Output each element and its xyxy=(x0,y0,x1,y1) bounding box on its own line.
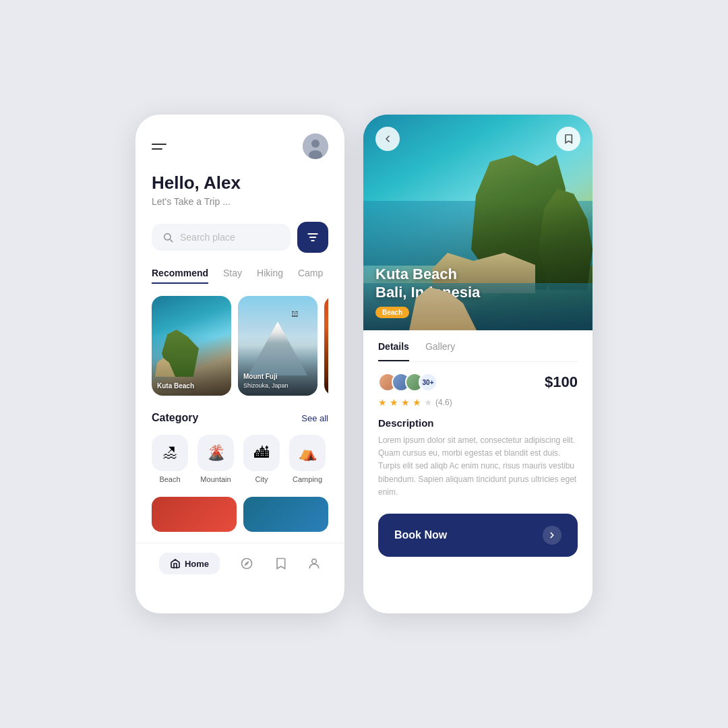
card-kuta-label: Kuta Beach xyxy=(157,382,229,390)
nav-profile[interactable] xyxy=(307,557,321,570)
mountain-label: Mountain xyxy=(200,475,231,483)
book-now-button[interactable]: Book Now xyxy=(378,514,578,557)
right-content: Details Gallery 30+ $100 ★ ★ ★ ★ ★ xyxy=(363,330,593,572)
tab-stay[interactable]: Stay xyxy=(223,268,242,284)
price: $100 xyxy=(545,373,578,391)
avatar[interactable] xyxy=(303,133,328,159)
bookmark-icon xyxy=(274,557,287,570)
tab-hiking[interactable]: Hiking xyxy=(257,268,283,284)
hero-place-name: Kuta BeachBali, Indonesia xyxy=(375,266,580,301)
card-fuji[interactable]: Mount FujiShizouka, Japan 𝌹 xyxy=(238,296,317,396)
greeting-title: Hello, Alex xyxy=(152,173,328,193)
nav-explore[interactable] xyxy=(240,557,253,570)
svg-point-10 xyxy=(312,559,317,564)
chevron-right-icon xyxy=(547,530,557,540)
place-cards-row: Kuta Beach Mount FujiShizouka, Japan 𝌹 xyxy=(152,296,328,396)
tab-recommend[interactable]: Recommend xyxy=(152,268,208,284)
peek-card-red[interactable] xyxy=(152,497,237,532)
category-mountain[interactable]: 🌋 Mountain xyxy=(198,435,234,483)
hero-image: Kuta BeachBali, Indonesia Beach Top plac… xyxy=(363,115,593,330)
card-kuta[interactable]: Kuta Beach xyxy=(152,296,231,396)
hero-title-block: Kuta BeachBali, Indonesia Beach Top plac… xyxy=(375,266,580,318)
bottom-peek-cards xyxy=(135,497,344,532)
nav-home[interactable]: Home xyxy=(159,553,220,574)
header xyxy=(152,133,328,159)
left-phone: Hello, Alex Let's Take a Trip ... Search… xyxy=(135,115,344,613)
tab-camp[interactable]: Camp xyxy=(298,268,323,284)
categories-list: 🏖 Beach 🌋 Mountain 🏙 City xyxy=(152,435,328,483)
category-camping[interactable]: ⛺ Camping xyxy=(289,435,326,483)
star-4: ★ xyxy=(413,397,421,408)
rating-row: ★ ★ ★ ★ ★ (4.6) xyxy=(378,397,578,408)
bottom-nav: Home xyxy=(135,543,344,584)
hero-bookmark-button[interactable] xyxy=(556,127,580,151)
description-text: Lorem ipsum dolor sit amet, consectetur … xyxy=(378,434,578,499)
city-icon: 🏙 xyxy=(254,444,269,462)
camping-icon-wrap: ⛺ xyxy=(289,435,326,471)
category-city[interactable]: 🏙 City xyxy=(243,435,280,483)
see-all-button[interactable]: See all xyxy=(301,413,328,423)
book-now-label: Book Now xyxy=(394,529,447,541)
home-icon xyxy=(170,558,181,569)
greeting-subtitle: Let's Take a Trip ... xyxy=(152,196,328,207)
search-icon xyxy=(162,232,173,243)
svg-point-1 xyxy=(311,140,320,148)
nav-home-label: Home xyxy=(185,559,209,569)
category-beach[interactable]: 🏖 Beach xyxy=(152,435,188,483)
tag-beach: Beach xyxy=(375,307,409,318)
svg-line-4 xyxy=(170,239,173,242)
mountain-icon-wrap: 🌋 xyxy=(198,435,234,471)
right-phone: Kuta BeachBali, Indonesia Beach Top plac… xyxy=(363,115,593,613)
profile-icon xyxy=(307,557,321,570)
rating-count: (4.6) xyxy=(435,398,452,407)
hamburger-menu[interactable] xyxy=(152,144,166,150)
filter-button[interactable] xyxy=(297,222,328,253)
city-icon-wrap: 🏙 xyxy=(243,435,280,471)
beach-icon-wrap: 🏖 xyxy=(152,435,188,471)
info-row: 30+ $100 xyxy=(378,373,578,392)
tab-gallery[interactable]: Gallery xyxy=(425,341,455,361)
description-title: Description xyxy=(378,417,578,429)
compass-icon xyxy=(240,557,253,570)
category-section-header: Category See all xyxy=(152,412,328,424)
bookmark-hero-icon xyxy=(563,133,574,144)
camping-icon: ⛺ xyxy=(299,444,317,462)
tag-top-places: Top places xyxy=(413,307,462,318)
hero-tags: Beach Top places xyxy=(375,307,580,318)
book-now-arrow xyxy=(543,526,562,545)
peek-card-blue[interactable] xyxy=(243,497,328,532)
card-fushimi[interactable]: Fushimi InariKyoto, Japan xyxy=(324,296,328,396)
star-2: ★ xyxy=(390,397,398,408)
mountain-icon: 🌋 xyxy=(207,444,225,462)
camping-label: Camping xyxy=(293,475,322,483)
beach-icon: 🏖 xyxy=(162,444,177,462)
star-1: ★ xyxy=(378,397,387,408)
beach-label: Beach xyxy=(159,475,180,483)
star-5: ★ xyxy=(424,397,433,408)
search-bar: Search place xyxy=(152,222,328,253)
avatars-group: 30+ xyxy=(378,373,432,392)
detail-tabs: Details Gallery xyxy=(378,330,578,362)
app-container: Hello, Alex Let's Take a Trip ... Search… xyxy=(82,74,646,654)
star-3: ★ xyxy=(401,397,410,408)
city-label: City xyxy=(255,475,268,483)
category-title: Category xyxy=(152,412,198,424)
card-fuji-label: Mount FujiShizouka, Japan xyxy=(243,372,315,390)
avatar-count: 30+ xyxy=(419,373,437,392)
category-tabs: Recommend Stay Hiking Camp xyxy=(152,268,328,284)
back-button[interactable] xyxy=(375,127,400,151)
search-placeholder: Search place xyxy=(180,232,235,243)
nav-bookmark[interactable] xyxy=(274,557,287,570)
back-arrow-icon xyxy=(382,133,393,144)
search-input-wrap[interactable]: Search place xyxy=(152,224,291,251)
filter-icon xyxy=(306,231,320,244)
tab-details[interactable]: Details xyxy=(378,341,409,361)
